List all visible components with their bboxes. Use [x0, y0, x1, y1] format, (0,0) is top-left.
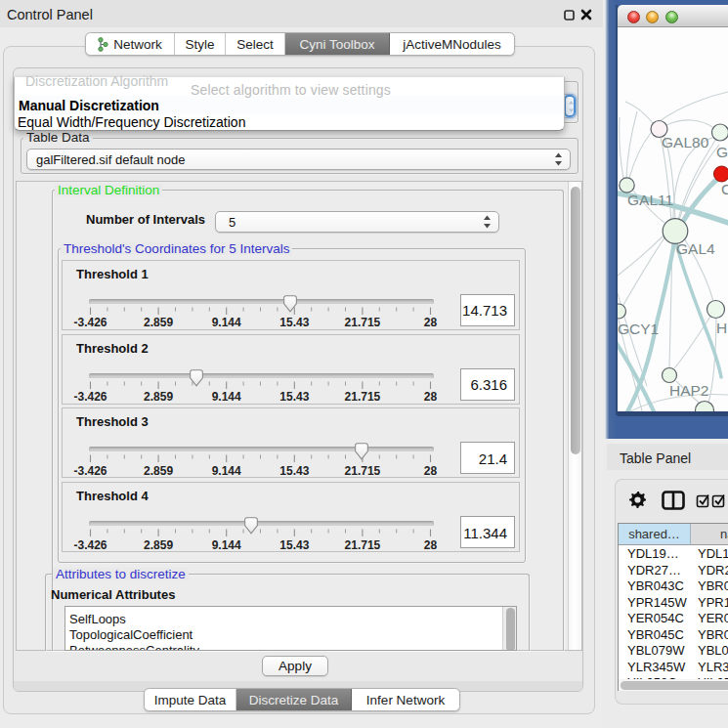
svg-text:C: C	[721, 181, 728, 197]
svg-text:GA: GA	[716, 144, 728, 160]
svg-text:GCY1: GCY1	[618, 321, 659, 337]
svg-text:HI: HI	[716, 320, 728, 336]
svg-text:GAL11: GAL11	[627, 192, 673, 208]
svg-text:GAL4: GAL4	[676, 240, 715, 257]
svg-text:GAL80: GAL80	[662, 134, 709, 150]
svg-text:HAP2: HAP2	[669, 382, 709, 399]
